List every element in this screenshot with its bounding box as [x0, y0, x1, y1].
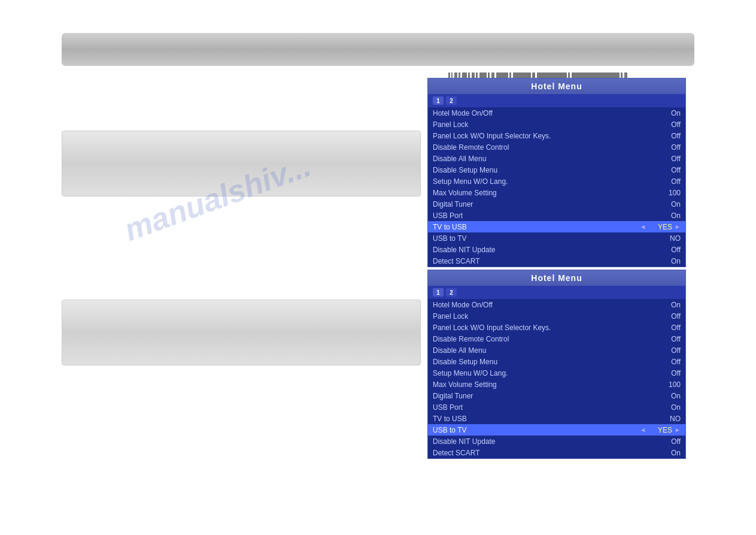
menu-item-12: Disable NIT UpdateOff	[428, 244, 685, 255]
menu-item-1: Panel LockOff	[428, 119, 685, 130]
menu-item-6: Setup Menu W/O Lang.Off	[428, 176, 685, 187]
menu-item-value-12: Off	[657, 246, 681, 254]
menu-item-value-6: Off	[657, 369, 681, 377]
menu-tab-2-b[interactable]: 2	[446, 288, 457, 297]
menu-item-label-9: USB Port	[433, 403, 657, 412]
menu-tab-2-active[interactable]: 1	[433, 288, 444, 297]
menu-item-value-5: Off	[657, 166, 681, 174]
menu-item-label-3: Disable Remote Control	[433, 335, 657, 343]
menu-item-label-12: Disable NIT Update	[433, 437, 657, 446]
menu-item-label-6: Setup Menu W/O Lang.	[433, 369, 657, 377]
menu-item-label-13: Detect SCART	[433, 257, 657, 265]
menu-item-value-4: Off	[657, 346, 681, 355]
menu-item-11: USB to TVNO	[428, 232, 685, 244]
menu-item-label-8: Digital Tuner	[433, 392, 657, 400]
menu-item-11[interactable]: USB to TV◄YES►	[428, 424, 685, 436]
menu-item-13: Detect SCARTOn	[428, 447, 685, 458]
hotel-menu-1: Hotel Menu 1 2 Hotel Mode On/OffOnPanel …	[427, 78, 686, 267]
menu-item-label-2: Panel Lock W/O Input Selector Keys.	[433, 132, 657, 140]
menu-item-label-7: Max Volume Setting	[433, 189, 657, 197]
menu-item-value-6: Off	[657, 177, 681, 186]
menu-item-value-1: Off	[657, 120, 681, 129]
menu-item-label-1: Panel Lock	[433, 120, 657, 129]
menu-item-label-7: Max Volume Setting	[433, 380, 657, 389]
menu-item-3: Disable Remote ControlOff	[428, 141, 685, 153]
menu-item-2: Panel Lock W/O Input Selector Keys.Off	[428, 130, 685, 141]
menu-item-9: USB PortOn	[428, 401, 685, 413]
menu-item-7: Max Volume Setting100	[428, 379, 685, 390]
menu-items-2: Hotel Mode On/OffOnPanel LockOffPanel Lo…	[428, 299, 685, 458]
menu-item-value-12: Off	[657, 437, 681, 446]
arrow-right-icon-11[interactable]: ►	[675, 427, 681, 433]
menu-tab-2[interactable]: 2	[446, 96, 457, 105]
menu-tab-1-active[interactable]: 1	[433, 96, 444, 105]
menu-item-label-0: Hotel Mode On/Off	[433, 109, 657, 117]
menu-item-0: Hotel Mode On/OffOn	[428, 299, 685, 310]
hotel-menu-2: Hotel Menu 1 2 Hotel Mode On/OffOnPanel …	[427, 270, 686, 459]
arrow-right-icon-10[interactable]: ►	[675, 223, 681, 230]
menu-item-value-8: On	[657, 200, 681, 208]
menu-tabs-2: 1 2	[428, 286, 685, 299]
menu-item-8: Digital TunerOn	[428, 390, 685, 401]
menu-item-6: Setup Menu W/O Lang.Off	[428, 367, 685, 379]
menu-item-label-12: Disable NIT Update	[433, 246, 657, 254]
menu-item-value-4: Off	[657, 155, 681, 163]
menu-item-value-13: On	[657, 449, 681, 457]
menu-item-value-11: YES	[648, 426, 672, 434]
menu-item-value-0: On	[657, 301, 681, 309]
menu-item-5: Disable Setup MenuOff	[428, 164, 685, 176]
menu-item-8: Digital TunerOn	[428, 198, 685, 210]
menu-item-10: TV to USBNO	[428, 413, 685, 424]
menu-item-label-0: Hotel Mode On/Off	[433, 301, 657, 309]
menu-item-label-11: USB to TV	[433, 234, 657, 243]
menu-item-5: Disable Setup MenuOff	[428, 356, 685, 367]
menu-item-value-1: Off	[657, 312, 681, 321]
menu-item-7: Max Volume Setting100	[428, 187, 685, 198]
menu-item-value-5: Off	[657, 358, 681, 366]
arrow-left-icon-11[interactable]: ◄	[640, 427, 646, 433]
menu-item-label-3: Disable Remote Control	[433, 143, 657, 152]
menu-item-label-10: TV to USB	[433, 415, 657, 423]
header-bar	[62, 33, 694, 66]
menu-item-value-2: Off	[657, 324, 681, 332]
menu-item-4: Disable All MenuOff	[428, 153, 685, 164]
menu-tabs-1: 1 2	[428, 94, 685, 107]
menu-item-label-4: Disable All Menu	[433, 155, 657, 163]
tv-image-placeholder-1	[62, 131, 421, 197]
menu-item-label-2: Panel Lock W/O Input Selector Keys.	[433, 324, 657, 332]
menu-item-label-9: USB Port	[433, 211, 657, 220]
menu-item-3: Disable Remote ControlOff	[428, 333, 685, 344]
menu-item-1: Panel LockOff	[428, 310, 685, 322]
menu-item-label-1: Panel Lock	[433, 312, 657, 321]
menu-item-value-10: YES	[648, 223, 672, 231]
menu-item-value-2: Off	[657, 132, 681, 140]
menu-item-0: Hotel Mode On/OffOn	[428, 107, 685, 119]
menu-item-value-8: On	[657, 392, 681, 400]
menu-item-value-3: Off	[657, 335, 681, 343]
menu-item-label-13: Detect SCART	[433, 449, 657, 457]
menu-item-2: Panel Lock W/O Input Selector Keys.Off	[428, 322, 685, 333]
menu-item-value-9: On	[657, 211, 681, 220]
menu-item-4: Disable All MenuOff	[428, 344, 685, 356]
menu-title-1: Hotel Menu	[428, 78, 685, 94]
menu-item-label-10: TV to USB	[433, 223, 640, 231]
menu-item-9: USB PortOn	[428, 210, 685, 221]
menu-item-label-5: Disable Setup Menu	[433, 358, 657, 366]
menu-item-label-11: USB to TV	[433, 426, 640, 434]
menu-item-value-13: On	[657, 257, 681, 265]
arrow-left-icon-10[interactable]: ◄	[640, 223, 646, 230]
menu-item-10[interactable]: TV to USB◄YES►	[428, 221, 685, 232]
menu-item-value-0: On	[657, 109, 681, 117]
menu-item-value-3: Off	[657, 143, 681, 152]
menu-item-label-8: Digital Tuner	[433, 200, 657, 208]
menu-item-value-7: 100	[657, 189, 681, 197]
menu-item-label-5: Disable Setup Menu	[433, 166, 657, 174]
tv-image-placeholder-2	[62, 300, 421, 365]
menu-item-label-6: Setup Menu W/O Lang.	[433, 177, 657, 186]
menu-item-13: Detect SCARTOn	[428, 255, 685, 267]
menu-item-value-9: On	[657, 403, 681, 412]
menu-item-value-10: NO	[657, 415, 681, 423]
menu-items-1: Hotel Mode On/OffOnPanel LockOffPanel Lo…	[428, 107, 685, 267]
menu-item-value-7: 100	[657, 380, 681, 389]
menu-item-12: Disable NIT UpdateOff	[428, 436, 685, 447]
